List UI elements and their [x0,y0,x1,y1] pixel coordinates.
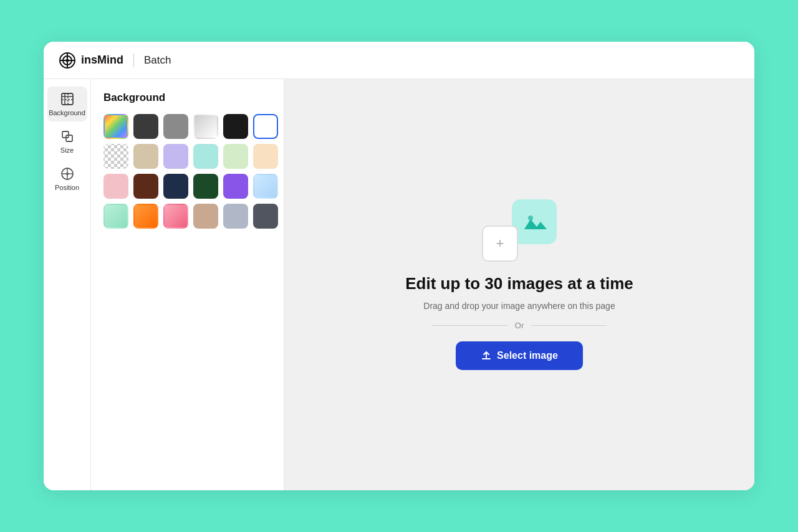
upload-illustration: + [482,199,557,262]
color-swatch-dark-navy[interactable] [163,174,188,199]
color-swatch-dark-gray[interactable] [133,114,158,139]
sidebar-item-size[interactable]: Size [47,124,87,159]
image-placeholder-icon [521,208,548,235]
background-icon [60,92,75,107]
main-subtitle: Drag and drop your image anywhere on thi… [423,301,615,311]
color-swatch-near-black[interactable] [223,114,248,139]
sidebar-background-label: Background [49,109,85,116]
main-title: Edit up to 30 images at a time [405,274,633,293]
color-swatch-purple[interactable] [223,174,248,199]
sidebar-position-label: Position [55,184,79,191]
or-text: Or [515,321,524,330]
sidebar-size-label: Size [60,146,74,154]
color-swatch-white[interactable] [253,114,278,139]
main-body: Background Size Position [44,79,754,490]
svg-rect-11 [66,135,72,141]
color-swatch-rose-gradient[interactable] [163,204,188,229]
background-panel-title: Background [103,92,271,104]
svg-point-15 [66,173,69,175]
sidebar-item-background[interactable]: Background [47,87,87,121]
color-swatch-light-green[interactable] [223,144,248,169]
svg-rect-5 [62,93,73,105]
logo: insMind [59,52,123,69]
color-swatch-rainbow[interactable] [103,114,128,139]
sidebar-item-position[interactable]: Position [47,161,87,196]
color-swatch-dark-brown[interactable] [133,174,158,199]
header-batch-label: Batch [144,54,171,67]
upload-arrow-icon [481,350,492,361]
color-swatch-lavender[interactable] [163,144,188,169]
background-panel: Background [91,79,284,490]
color-swatch-warm-beige[interactable] [133,144,158,169]
color-swatch-medium-gray[interactable] [163,114,188,139]
color-swatch-light-gradient[interactable] [193,114,218,139]
color-swatch-charcoal[interactable] [253,204,278,229]
logo-icon [59,52,76,69]
upload-card-back [512,199,557,244]
color-swatch-sky-blue[interactable] [253,174,278,199]
or-line-left [432,325,507,326]
color-swatch-light-mint-green[interactable] [103,204,128,229]
color-swatch-transparent[interactable] [103,144,128,169]
color-swatch-cool-gray[interactable] [223,204,248,229]
upload-card-front: + [482,226,518,262]
color-swatch-dark-green[interactable] [193,174,218,199]
color-grid [103,114,271,229]
sidebar: Background Size Position [44,79,91,490]
color-swatch-pink[interactable] [103,174,128,199]
logo-text: insMind [81,54,123,67]
color-swatch-mint[interactable] [193,144,218,169]
select-image-button[interactable]: Select image [456,341,583,370]
svg-rect-10 [62,131,69,138]
position-icon [60,166,75,181]
or-line-right [531,325,607,326]
color-swatch-warm-tan[interactable] [193,204,218,229]
header-divider [133,54,134,67]
color-swatch-orange-gradient[interactable] [133,204,158,229]
main-content: + Edit up to 30 images at a time Drag an… [284,79,754,490]
size-icon [60,129,75,144]
header: insMind Batch [44,42,754,79]
plus-icon: + [496,237,504,250]
or-divider: Or [432,321,607,330]
app-window: insMind Batch Background [44,42,754,490]
color-swatch-peach[interactable] [253,144,278,169]
select-image-label: Select image [497,350,558,361]
